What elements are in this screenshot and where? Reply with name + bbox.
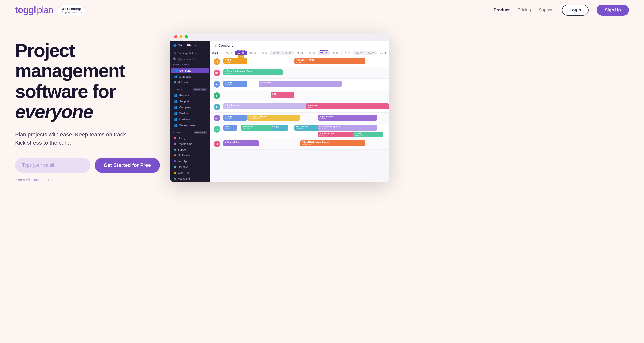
avatar: li bbox=[214, 92, 220, 99]
task-bar[interactable]: ≡ In App Updates Notifications bbox=[247, 115, 300, 121]
sidebar-plan-marketing[interactable]: Marketing › bbox=[171, 176, 209, 181]
date-we12-today: We 12 Local Global bbox=[235, 51, 247, 55]
hiring-dot bbox=[174, 137, 176, 139]
email-input[interactable] bbox=[15, 158, 91, 173]
task-bar[interactable]: Test Week Bob Hiring bbox=[318, 132, 359, 137]
task-bar[interactable]: ● Supp Co.. bbox=[271, 125, 289, 131]
cal-year-row: 2020 Tu 11 We 12 Local Global Th 13 Fr 1… bbox=[210, 50, 389, 56]
sidebar-item-dev[interactable]: 👥 Development bbox=[171, 122, 209, 128]
sidebar-archive-header: ARCHIVE (0) bbox=[170, 182, 210, 182]
nav-support[interactable]: Support bbox=[539, 8, 554, 13]
sidebar-item-marketing-fav[interactable]: 👥 Marketing bbox=[171, 74, 209, 79]
logo[interactable]: toggl plan bbox=[15, 5, 53, 15]
date-th20: Th 20 bbox=[330, 51, 342, 55]
task-bar[interactable]: Plan Hiring bbox=[271, 92, 294, 98]
task-bar[interactable]: ≡ Email Notifications Spec Notifications bbox=[223, 69, 283, 75]
avatar: jo bbox=[214, 141, 220, 147]
team-icon6: 👥 bbox=[174, 124, 178, 127]
task-label: ≡ Trip Planning bbox=[225, 104, 316, 106]
sidebar-item-marketing-team[interactable]: 👥 Marketing bbox=[171, 116, 209, 122]
avatar: ad bbox=[214, 115, 220, 121]
sidebar-item-support[interactable]: 👥 Support bbox=[171, 98, 209, 104]
sidebar-plan-holidays[interactable]: Holidays › bbox=[171, 164, 209, 170]
sidebar-plan-peopleops[interactable]: People Ops bbox=[171, 141, 209, 147]
sidebar-item-company[interactable]: 👥 Company bbox=[171, 104, 209, 110]
hiring-badge[interactable]: We're hiring! 2 open positions bbox=[58, 5, 85, 15]
task-bar[interactable]: ≡ Add WebApp bbox=[223, 58, 247, 64]
new-team-button[interactable]: +New Team bbox=[193, 88, 207, 91]
task-bar[interactable]: ● Support Cover bbox=[223, 140, 259, 146]
cal-avatar-cell: li bbox=[210, 92, 223, 99]
task-sublabel: WebApp bbox=[225, 118, 246, 120]
team-icon: 👥 bbox=[174, 94, 178, 97]
task-bar[interactable]: ≡ Bugs WebApp bbox=[223, 115, 247, 121]
sidebar-plan-hiring[interactable]: Hiring bbox=[171, 135, 209, 141]
window-minimize-dot bbox=[179, 35, 183, 38]
task-sublabel: WebApp bbox=[225, 84, 246, 86]
sidebar-item-product[interactable]: 👥 Product bbox=[171, 92, 209, 98]
task-bar[interactable]: ≡ Email Notifications Design Notificatio… bbox=[300, 140, 365, 146]
sidebar: 🔵 Toggl Plan ▾ ⚙ Settings & Team 🔍 Quick… bbox=[170, 41, 210, 182]
cal-avatar-cell: mi bbox=[210, 81, 223, 88]
task-label: ≡ SEO bbox=[355, 132, 382, 134]
nav-pricing[interactable]: Pricing bbox=[518, 8, 531, 13]
task-bar[interactable]: Support Week Support bbox=[318, 115, 377, 121]
sidebar-plan-notifications[interactable]: Notifications › bbox=[171, 153, 209, 158]
table-row: ka ≡ Pub Notific.. Social Plan bbox=[210, 124, 389, 138]
table-row: no ≡ Email Notifications Spec Notificati… bbox=[210, 67, 389, 79]
task-bar[interactable]: ≡ SEO Marketing bbox=[353, 132, 383, 137]
table-row: la ≡ Add WebApp Add User Revamp bbox=[210, 56, 389, 67]
task-sublabel: WebApp bbox=[225, 61, 246, 63]
task-sublabel: Work Trip bbox=[319, 128, 376, 130]
date-tu11: Tu 11 bbox=[223, 51, 235, 55]
sidebar-item-company-fav[interactable]: 👥 Company bbox=[171, 68, 209, 73]
team-icon5: 👥 bbox=[174, 118, 178, 121]
app-window: 🔵 Toggl Plan ▾ ⚙ Settings & Team 🔍 Quick… bbox=[170, 33, 389, 182]
marketing-dot bbox=[174, 178, 176, 180]
new-plan-button[interactable]: +New Plan bbox=[194, 131, 207, 134]
sidebar-settings[interactable]: ⚙ Settings & Team bbox=[171, 50, 209, 56]
sidebar-app-name[interactable]: 🔵 Toggl Plan ▾ bbox=[170, 41, 210, 50]
search-icon: 🔍 bbox=[173, 57, 177, 61]
get-started-button[interactable]: Get Started for Free bbox=[95, 158, 160, 173]
sidebar-plan-support[interactable]: Support › bbox=[171, 147, 209, 152]
sidebar-plan-worktrip[interactable]: Work Trip › bbox=[171, 170, 209, 176]
nav-product[interactable]: Product bbox=[494, 8, 510, 13]
support-arrow-icon: › bbox=[206, 148, 206, 151]
avatar: no bbox=[214, 70, 220, 76]
hero-subtitle: Plan projects with ease. Keep teams on t… bbox=[15, 130, 160, 147]
sidebar-search[interactable]: 🔍 Quick Search bbox=[170, 56, 210, 62]
task-label: Test Week Bob bbox=[319, 132, 358, 134]
task-bar[interactable]: ≡ Bugs WebApp bbox=[223, 81, 247, 87]
task-bar[interactable]: ≡ Pub Notific.. bbox=[223, 125, 237, 131]
sidebar-item-design[interactable]: 👥 Design bbox=[171, 110, 209, 116]
window-titlebar bbox=[170, 33, 389, 41]
settings-icon: ⚙ bbox=[174, 51, 177, 55]
hiring-title: We're hiring! bbox=[61, 7, 82, 11]
task-bar[interactable]: Interviews Hello bbox=[306, 103, 389, 109]
sidebar-logo: 🔵 bbox=[173, 44, 177, 47]
task-label: Plan bbox=[272, 93, 293, 95]
login-button[interactable]: Login bbox=[562, 5, 589, 16]
signup-button[interactable]: Sign Up bbox=[597, 5, 629, 16]
task-bar[interactable]: ≡ Team Building Plan Work Trip bbox=[318, 125, 377, 131]
task-bar[interactable]: ● Vacation bbox=[259, 81, 342, 87]
task-sublabel: Hello bbox=[308, 106, 387, 109]
no-credit-note: *No credit card required bbox=[16, 178, 160, 182]
app-screenshot: 🔵 Toggl Plan ▾ ⚙ Settings & Team 🔍 Quick… bbox=[170, 30, 629, 182]
row-timeline: ≡ Bugs WebApp ● Vacation bbox=[223, 79, 389, 90]
task-bar[interactable]: ≡ Trip Planning Work Trip bbox=[223, 103, 318, 109]
avatar: li bbox=[214, 104, 220, 110]
cal-avatar-cell: no bbox=[210, 70, 223, 76]
support-dot bbox=[174, 149, 176, 151]
main-calendar: ⌂ Company 2020 Tu 11 We 12 Loc bbox=[210, 41, 389, 182]
task-bar[interactable]: Add User Revamp WebApp bbox=[294, 58, 365, 64]
logo-plan: plan bbox=[37, 5, 53, 15]
task-sublabel: Notific.. bbox=[225, 128, 236, 130]
row-timeline: ≡ Bugs WebApp ≡ In App Updates Notificat… bbox=[223, 113, 389, 124]
avatar: mi bbox=[214, 81, 220, 88]
sidebar-item-holidays-fav[interactable]: Holidays › bbox=[171, 80, 209, 85]
date-fr21: Fr 21 bbox=[342, 51, 353, 55]
sidebar-plan-webapp[interactable]: WebApp › bbox=[171, 158, 209, 164]
navigation: toggl plan We're hiring! 2 open position… bbox=[0, 0, 644, 20]
